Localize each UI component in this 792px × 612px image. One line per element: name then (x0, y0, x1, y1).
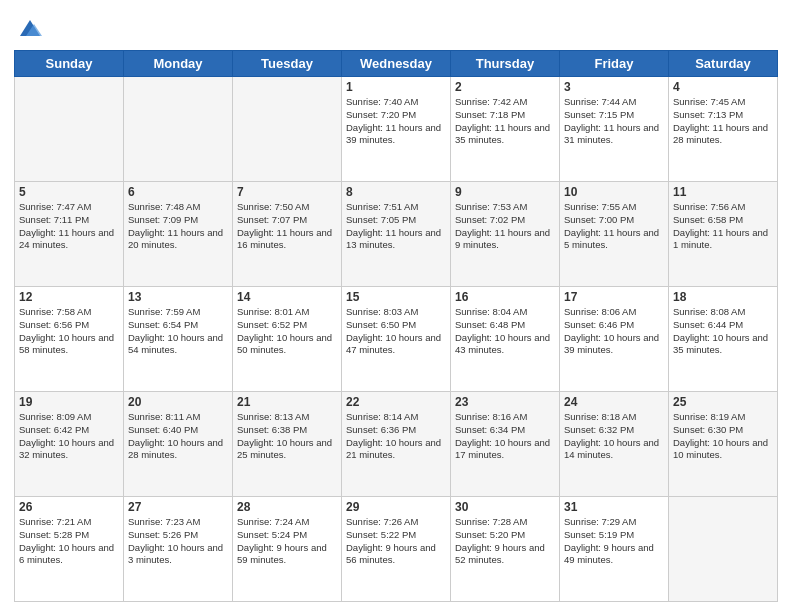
day-number: 22 (346, 395, 446, 409)
day-info: Sunrise: 7:24 AM Sunset: 5:24 PM Dayligh… (237, 516, 337, 567)
calendar-cell: 27Sunrise: 7:23 AM Sunset: 5:26 PM Dayli… (124, 497, 233, 602)
day-number: 15 (346, 290, 446, 304)
calendar-cell: 14Sunrise: 8:01 AM Sunset: 6:52 PM Dayli… (233, 287, 342, 392)
day-number: 30 (455, 500, 555, 514)
calendar-week-row: 19Sunrise: 8:09 AM Sunset: 6:42 PM Dayli… (15, 392, 778, 497)
header (14, 10, 778, 42)
day-info: Sunrise: 8:14 AM Sunset: 6:36 PM Dayligh… (346, 411, 446, 462)
calendar-cell: 25Sunrise: 8:19 AM Sunset: 6:30 PM Dayli… (669, 392, 778, 497)
logo (14, 14, 44, 42)
day-info: Sunrise: 7:56 AM Sunset: 6:58 PM Dayligh… (673, 201, 773, 252)
day-number: 27 (128, 500, 228, 514)
calendar-cell: 16Sunrise: 8:04 AM Sunset: 6:48 PM Dayli… (451, 287, 560, 392)
day-number: 25 (673, 395, 773, 409)
calendar-cell (669, 497, 778, 602)
calendar-cell: 22Sunrise: 8:14 AM Sunset: 6:36 PM Dayli… (342, 392, 451, 497)
calendar-cell (233, 77, 342, 182)
day-info: Sunrise: 7:42 AM Sunset: 7:18 PM Dayligh… (455, 96, 555, 147)
calendar-week-row: 12Sunrise: 7:58 AM Sunset: 6:56 PM Dayli… (15, 287, 778, 392)
day-number: 23 (455, 395, 555, 409)
day-number: 9 (455, 185, 555, 199)
calendar-cell: 15Sunrise: 8:03 AM Sunset: 6:50 PM Dayli… (342, 287, 451, 392)
day-number: 5 (19, 185, 119, 199)
calendar-cell: 18Sunrise: 8:08 AM Sunset: 6:44 PM Dayli… (669, 287, 778, 392)
calendar-week-row: 5Sunrise: 7:47 AM Sunset: 7:11 PM Daylig… (15, 182, 778, 287)
day-number: 31 (564, 500, 664, 514)
day-info: Sunrise: 7:47 AM Sunset: 7:11 PM Dayligh… (19, 201, 119, 252)
day-number: 21 (237, 395, 337, 409)
calendar-cell: 4Sunrise: 7:45 AM Sunset: 7:13 PM Daylig… (669, 77, 778, 182)
day-number: 14 (237, 290, 337, 304)
calendar-cell: 6Sunrise: 7:48 AM Sunset: 7:09 PM Daylig… (124, 182, 233, 287)
day-number: 6 (128, 185, 228, 199)
calendar-cell (124, 77, 233, 182)
day-info: Sunrise: 7:23 AM Sunset: 5:26 PM Dayligh… (128, 516, 228, 567)
day-number: 20 (128, 395, 228, 409)
day-info: Sunrise: 7:40 AM Sunset: 7:20 PM Dayligh… (346, 96, 446, 147)
day-info: Sunrise: 8:11 AM Sunset: 6:40 PM Dayligh… (128, 411, 228, 462)
day-info: Sunrise: 7:59 AM Sunset: 6:54 PM Dayligh… (128, 306, 228, 357)
day-number: 16 (455, 290, 555, 304)
day-info: Sunrise: 8:09 AM Sunset: 6:42 PM Dayligh… (19, 411, 119, 462)
calendar-day-header: Tuesday (233, 51, 342, 77)
day-number: 8 (346, 185, 446, 199)
day-number: 18 (673, 290, 773, 304)
day-number: 1 (346, 80, 446, 94)
day-info: Sunrise: 7:51 AM Sunset: 7:05 PM Dayligh… (346, 201, 446, 252)
day-info: Sunrise: 7:55 AM Sunset: 7:00 PM Dayligh… (564, 201, 664, 252)
calendar-cell: 1Sunrise: 7:40 AM Sunset: 7:20 PM Daylig… (342, 77, 451, 182)
calendar-cell: 24Sunrise: 8:18 AM Sunset: 6:32 PM Dayli… (560, 392, 669, 497)
day-info: Sunrise: 7:29 AM Sunset: 5:19 PM Dayligh… (564, 516, 664, 567)
calendar-header-row: SundayMondayTuesdayWednesdayThursdayFrid… (15, 51, 778, 77)
calendar-cell: 30Sunrise: 7:28 AM Sunset: 5:20 PM Dayli… (451, 497, 560, 602)
day-number: 11 (673, 185, 773, 199)
calendar-cell: 21Sunrise: 8:13 AM Sunset: 6:38 PM Dayli… (233, 392, 342, 497)
calendar-day-header: Sunday (15, 51, 124, 77)
calendar-cell: 23Sunrise: 8:16 AM Sunset: 6:34 PM Dayli… (451, 392, 560, 497)
day-number: 26 (19, 500, 119, 514)
day-info: Sunrise: 8:16 AM Sunset: 6:34 PM Dayligh… (455, 411, 555, 462)
calendar-week-row: 1Sunrise: 7:40 AM Sunset: 7:20 PM Daylig… (15, 77, 778, 182)
day-number: 4 (673, 80, 773, 94)
page: SundayMondayTuesdayWednesdayThursdayFrid… (0, 0, 792, 612)
calendar-week-row: 26Sunrise: 7:21 AM Sunset: 5:28 PM Dayli… (15, 497, 778, 602)
day-number: 12 (19, 290, 119, 304)
calendar-table: SundayMondayTuesdayWednesdayThursdayFrid… (14, 50, 778, 602)
day-number: 3 (564, 80, 664, 94)
day-info: Sunrise: 8:08 AM Sunset: 6:44 PM Dayligh… (673, 306, 773, 357)
day-info: Sunrise: 7:44 AM Sunset: 7:15 PM Dayligh… (564, 96, 664, 147)
day-info: Sunrise: 7:21 AM Sunset: 5:28 PM Dayligh… (19, 516, 119, 567)
day-info: Sunrise: 8:19 AM Sunset: 6:30 PM Dayligh… (673, 411, 773, 462)
day-info: Sunrise: 7:48 AM Sunset: 7:09 PM Dayligh… (128, 201, 228, 252)
calendar-cell: 17Sunrise: 8:06 AM Sunset: 6:46 PM Dayli… (560, 287, 669, 392)
calendar-cell: 8Sunrise: 7:51 AM Sunset: 7:05 PM Daylig… (342, 182, 451, 287)
calendar-cell: 28Sunrise: 7:24 AM Sunset: 5:24 PM Dayli… (233, 497, 342, 602)
calendar-day-header: Thursday (451, 51, 560, 77)
day-info: Sunrise: 8:04 AM Sunset: 6:48 PM Dayligh… (455, 306, 555, 357)
day-info: Sunrise: 7:50 AM Sunset: 7:07 PM Dayligh… (237, 201, 337, 252)
calendar-cell: 20Sunrise: 8:11 AM Sunset: 6:40 PM Dayli… (124, 392, 233, 497)
calendar-cell: 7Sunrise: 7:50 AM Sunset: 7:07 PM Daylig… (233, 182, 342, 287)
day-info: Sunrise: 8:01 AM Sunset: 6:52 PM Dayligh… (237, 306, 337, 357)
day-number: 28 (237, 500, 337, 514)
calendar-cell: 2Sunrise: 7:42 AM Sunset: 7:18 PM Daylig… (451, 77, 560, 182)
day-info: Sunrise: 8:06 AM Sunset: 6:46 PM Dayligh… (564, 306, 664, 357)
calendar-cell: 19Sunrise: 8:09 AM Sunset: 6:42 PM Dayli… (15, 392, 124, 497)
day-number: 19 (19, 395, 119, 409)
day-info: Sunrise: 8:18 AM Sunset: 6:32 PM Dayligh… (564, 411, 664, 462)
day-number: 13 (128, 290, 228, 304)
day-info: Sunrise: 7:28 AM Sunset: 5:20 PM Dayligh… (455, 516, 555, 567)
day-info: Sunrise: 7:58 AM Sunset: 6:56 PM Dayligh… (19, 306, 119, 357)
calendar-cell: 29Sunrise: 7:26 AM Sunset: 5:22 PM Dayli… (342, 497, 451, 602)
calendar-cell: 12Sunrise: 7:58 AM Sunset: 6:56 PM Dayli… (15, 287, 124, 392)
calendar-cell: 31Sunrise: 7:29 AM Sunset: 5:19 PM Dayli… (560, 497, 669, 602)
calendar-cell: 9Sunrise: 7:53 AM Sunset: 7:02 PM Daylig… (451, 182, 560, 287)
calendar-day-header: Saturday (669, 51, 778, 77)
day-number: 10 (564, 185, 664, 199)
calendar-cell: 11Sunrise: 7:56 AM Sunset: 6:58 PM Dayli… (669, 182, 778, 287)
day-info: Sunrise: 7:53 AM Sunset: 7:02 PM Dayligh… (455, 201, 555, 252)
day-number: 2 (455, 80, 555, 94)
day-number: 24 (564, 395, 664, 409)
day-number: 17 (564, 290, 664, 304)
day-info: Sunrise: 7:26 AM Sunset: 5:22 PM Dayligh… (346, 516, 446, 567)
